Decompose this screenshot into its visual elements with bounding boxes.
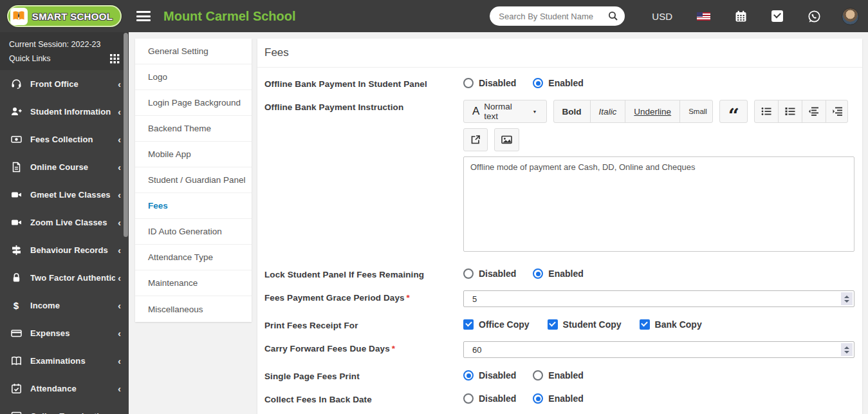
sidebar-item-expenses[interactable]: Expenses ‹ <box>0 319 129 347</box>
radio-disabled[interactable]: Disabled <box>463 393 516 404</box>
sidebar-item-online-course[interactable]: Online Course ‹ <box>0 153 129 181</box>
chevron-down-icon: ▼ <box>532 109 537 114</box>
settings-nav: General Setting Logo Login Page Backgrou… <box>135 39 252 322</box>
number-stepper[interactable] <box>841 292 853 305</box>
carry-forward-input[interactable] <box>464 342 840 357</box>
chevron-left-icon: ‹ <box>118 328 121 339</box>
radio-enabled[interactable]: Enabled <box>533 78 583 88</box>
sidebar-item-behaviour-records[interactable]: Behaviour Records ‹ <box>0 236 129 264</box>
offline-instruction-label: Offline Bank Payment Instruction <box>264 100 463 112</box>
left-sidebar: Current Session: 2022-23 Quick Links Fro… <box>0 32 129 414</box>
sidebar-item-student-information[interactable]: Student Information ‹ <box>0 98 129 126</box>
radio-disabled[interactable]: Disabled <box>463 268 516 279</box>
grace-period-field <box>463 290 854 307</box>
settings-tab-logo[interactable]: Logo <box>135 64 252 90</box>
settings-tab-fees[interactable]: Fees <box>135 193 252 219</box>
currency-selector[interactable]: USD <box>652 11 672 22</box>
text-style-dropdown[interactable]: A Normal text ▼ <box>464 100 546 122</box>
grace-period-label: Fees Payment Grace Period Days <box>264 293 405 303</box>
app-logo[interactable]: SMART SCHOOL <box>0 0 129 32</box>
settings-tab-student-guardian-panel[interactable]: Student / Guardian Panel <box>135 167 252 193</box>
sidebar-item-front-office[interactable]: Front Office ‹ <box>0 70 129 98</box>
settings-tab-id-auto-generation[interactable]: ID Auto Generation <box>135 219 252 245</box>
blockquote-button[interactable]: “ <box>720 100 748 122</box>
user-avatar[interactable] <box>842 8 859 25</box>
settings-tab-maintenance[interactable]: Maintenance <box>135 270 252 296</box>
settings-tab-general-setting[interactable]: General Setting <box>135 39 252 64</box>
insert-image-button[interactable] <box>495 129 519 151</box>
sidebar-item-two-factor-authentication[interactable]: Two Factor Authentication ‹ <box>0 264 129 292</box>
settings-tab-attendance-type[interactable]: Attendance Type <box>135 245 252 270</box>
radio-enabled[interactable]: Enabled <box>533 393 583 404</box>
settings-tab-backend-theme[interactable]: Backend Theme <box>135 116 252 142</box>
sidebar-item-income[interactable]: $ Income ‹ <box>0 292 129 319</box>
language-flag-icon[interactable] <box>697 12 710 21</box>
quick-links-grid-icon[interactable] <box>110 54 120 64</box>
checkbox-student-copy[interactable]: Student Copy <box>548 319 622 330</box>
offline-bank-payment-label: Offline Bank Payment In Student Panel <box>264 77 463 89</box>
logo-pill: SMART SCHOOL <box>7 5 122 27</box>
indent-button[interactable] <box>826 100 848 122</box>
lock-student-panel-radio-group: Disabled Enabled <box>463 267 854 279</box>
radio-enabled[interactable]: Enabled <box>533 370 583 381</box>
student-search <box>490 6 625 26</box>
settings-tab-miscellaneous[interactable]: Miscellaneous <box>135 296 252 322</box>
chevron-left-icon: ‹ <box>118 273 121 283</box>
sidebar-item-examinations[interactable]: Examinations ‹ <box>0 347 129 375</box>
hamburger-menu-icon[interactable] <box>136 11 151 21</box>
task-check-icon[interactable] <box>771 10 783 22</box>
italic-button[interactable]: Italic <box>591 100 626 122</box>
sidebar-item-attendance[interactable]: Attendance ‹ <box>0 375 129 402</box>
search-icon[interactable] <box>608 11 618 21</box>
sidebar-item-gmeet-live-classes[interactable]: Gmeet Live Classes ‹ <box>0 181 129 209</box>
outdent-button[interactable] <box>802 100 826 122</box>
settings-tab-mobile-app[interactable]: Mobile App <box>135 142 252 167</box>
unordered-list-button[interactable] <box>755 100 779 122</box>
whatsapp-icon[interactable] <box>808 10 821 23</box>
sidebar-item-online-examination[interactable]: Online Examination ‹ <box>0 402 129 414</box>
logo-text: SMART SCHOOL <box>32 11 113 22</box>
chevron-left-icon: ‹ <box>118 107 121 117</box>
checkbox-bank-copy[interactable]: Bank Copy <box>640 319 702 330</box>
sidebar-item-fees-collection[interactable]: Fees Collection ‹ <box>0 126 129 153</box>
signpost-icon <box>10 245 22 256</box>
book-logo-icon <box>10 8 28 25</box>
insert-link-button[interactable] <box>464 129 487 151</box>
quick-links-label: Quick Links <box>9 52 51 65</box>
credit-card-icon <box>10 328 22 339</box>
single-page-print-radio-group: Disabled Enabled <box>463 369 854 381</box>
page-title: Fees <box>257 39 862 68</box>
radio-disabled[interactable]: Disabled <box>463 370 516 381</box>
settings-tab-login-page-background[interactable]: Login Page Background <box>135 90 252 116</box>
grace-period-input[interactable] <box>464 291 840 306</box>
font-style-icon: A <box>472 105 479 118</box>
video-camera-icon <box>10 189 22 200</box>
sidebar-scrollbar[interactable] <box>124 33 128 237</box>
offline-instruction-editor[interactable]: Offline mode of payment are Cash, DD, On… <box>463 156 854 252</box>
collect-back-date-radio-group: Disabled Enabled <box>463 392 854 404</box>
checkbox-office-copy[interactable]: Office Copy <box>463 319 530 330</box>
chevron-left-icon: ‹ <box>118 79 121 89</box>
underline-button[interactable]: Underline <box>625 100 680 122</box>
number-stepper[interactable] <box>841 343 853 356</box>
fees-settings-panel: Fees Offline Bank Payment In Student Pan… <box>257 39 862 414</box>
current-session-label: Current Session: 2022-23 <box>9 38 120 51</box>
small-text-button[interactable]: Small <box>680 100 713 122</box>
radio-disabled[interactable]: Disabled <box>463 78 516 88</box>
ordered-list-button[interactable] <box>779 100 802 122</box>
carry-forward-label: Carry Forward Fees Due Days <box>264 344 390 353</box>
chevron-left-icon: ‹ <box>118 190 121 200</box>
search-input[interactable] <box>499 12 608 21</box>
print-fees-receipt-label: Print Fees Receipt For <box>264 318 463 330</box>
sidebar-item-zoom-live-classes[interactable]: Zoom Live Classes ‹ <box>0 209 129 236</box>
bold-button[interactable]: Bold <box>554 100 591 122</box>
carry-forward-field <box>463 341 854 358</box>
radio-enabled[interactable]: Enabled <box>533 268 583 279</box>
open-book-icon <box>10 355 22 366</box>
quote-icon: “ <box>728 104 739 119</box>
chevron-left-icon: ‹ <box>118 384 121 394</box>
calendar-icon[interactable] <box>735 10 747 23</box>
chevron-left-icon: ‹ <box>118 411 121 414</box>
student-add-icon <box>10 106 22 117</box>
monitor-icon <box>10 411 22 414</box>
